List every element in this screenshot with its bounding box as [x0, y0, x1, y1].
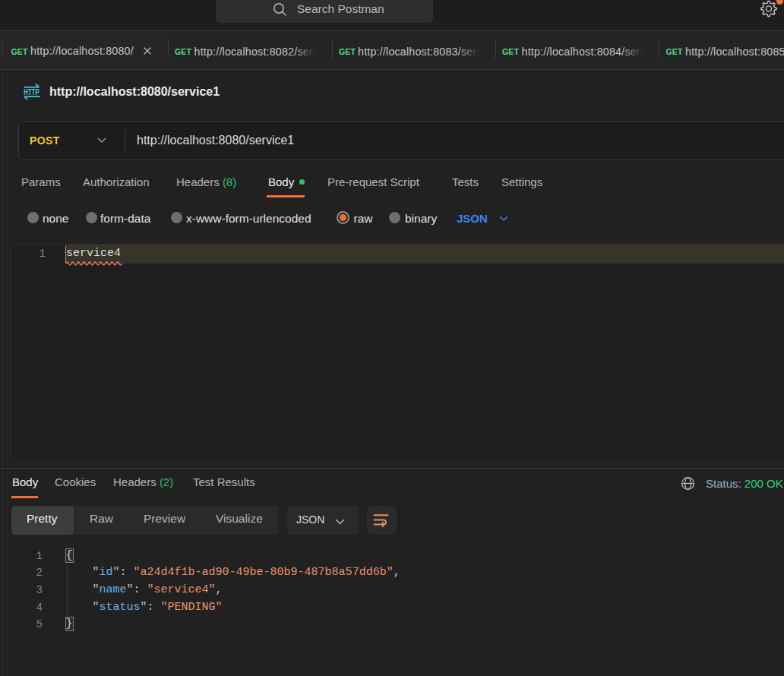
svg-text:HTTP: HTTP [24, 87, 40, 96]
